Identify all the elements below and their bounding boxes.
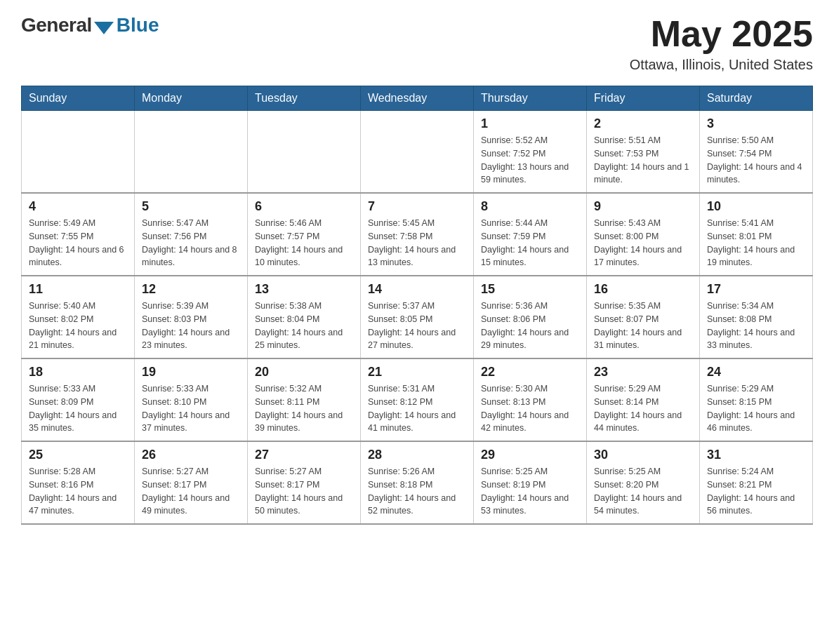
day-of-week-header: Saturday (700, 86, 813, 111)
calendar-cell: 16Sunrise: 5:35 AMSunset: 8:07 PMDayligh… (587, 276, 700, 358)
calendar-cell: 17Sunrise: 5:34 AMSunset: 8:08 PMDayligh… (700, 276, 813, 358)
calendar-cell: 20Sunrise: 5:32 AMSunset: 8:11 PMDayligh… (248, 358, 361, 441)
day-number: 7 (368, 199, 466, 214)
day-info: Sunrise: 5:39 AMSunset: 8:03 PMDaylight:… (142, 300, 240, 352)
day-info: Sunrise: 5:36 AMSunset: 8:06 PMDaylight:… (481, 300, 579, 352)
calendar-cell: 14Sunrise: 5:37 AMSunset: 8:05 PMDayligh… (361, 276, 474, 358)
day-of-week-header: Sunday (22, 86, 135, 111)
day-info: Sunrise: 5:31 AMSunset: 8:12 PMDaylight:… (368, 382, 466, 435)
day-info: Sunrise: 5:25 AMSunset: 8:20 PMDaylight:… (594, 465, 692, 518)
day-number: 8 (481, 199, 579, 214)
calendar-cell: 28Sunrise: 5:26 AMSunset: 8:18 PMDayligh… (361, 441, 474, 524)
calendar-cell: 19Sunrise: 5:33 AMSunset: 8:10 PMDayligh… (135, 358, 248, 441)
week-row: 1Sunrise: 5:52 AMSunset: 7:52 PMDaylight… (22, 111, 813, 194)
day-of-week-header: Friday (587, 86, 700, 111)
logo-blue-text: Blue (117, 14, 159, 36)
day-number: 21 (368, 365, 466, 380)
title-section: May 2025 Ottawa, Illinois, United States (630, 14, 813, 73)
page-header: General Blue May 2025 Ottawa, Illinois, … (21, 14, 813, 73)
day-info: Sunrise: 5:37 AMSunset: 8:05 PMDaylight:… (368, 300, 466, 352)
calendar-cell: 29Sunrise: 5:25 AMSunset: 8:19 PMDayligh… (474, 441, 587, 524)
day-info: Sunrise: 5:27 AMSunset: 8:17 PMDaylight:… (142, 465, 240, 518)
day-info: Sunrise: 5:38 AMSunset: 8:04 PMDaylight:… (255, 300, 353, 352)
calendar-cell: 21Sunrise: 5:31 AMSunset: 8:12 PMDayligh… (361, 358, 474, 441)
calendar-cell: 13Sunrise: 5:38 AMSunset: 8:04 PMDayligh… (248, 276, 361, 358)
day-number: 11 (29, 282, 127, 297)
calendar-cell: 30Sunrise: 5:25 AMSunset: 8:20 PMDayligh… (587, 441, 700, 524)
day-info: Sunrise: 5:28 AMSunset: 8:16 PMDaylight:… (29, 465, 127, 518)
day-of-week-header: Monday (135, 86, 248, 111)
day-number: 20 (255, 365, 353, 380)
calendar-cell (22, 111, 135, 194)
day-number: 3 (707, 116, 805, 131)
week-row: 18Sunrise: 5:33 AMSunset: 8:09 PMDayligh… (22, 358, 813, 441)
calendar-cell: 25Sunrise: 5:28 AMSunset: 8:16 PMDayligh… (22, 441, 135, 524)
calendar-cell: 1Sunrise: 5:52 AMSunset: 7:52 PMDaylight… (474, 111, 587, 194)
day-info: Sunrise: 5:44 AMSunset: 7:59 PMDaylight:… (481, 217, 579, 269)
calendar-cell: 3Sunrise: 5:50 AMSunset: 7:54 PMDaylight… (700, 111, 813, 194)
day-info: Sunrise: 5:43 AMSunset: 8:00 PMDaylight:… (594, 217, 692, 269)
day-number: 23 (594, 365, 692, 380)
day-number: 22 (481, 365, 579, 380)
day-info: Sunrise: 5:51 AMSunset: 7:53 PMDaylight:… (594, 134, 692, 187)
day-number: 4 (29, 199, 127, 214)
day-info: Sunrise: 5:27 AMSunset: 8:17 PMDaylight:… (255, 465, 353, 518)
day-number: 15 (481, 282, 579, 297)
logo-general-text: General (21, 14, 92, 36)
day-number: 6 (255, 199, 353, 214)
calendar-cell: 24Sunrise: 5:29 AMSunset: 8:15 PMDayligh… (700, 358, 813, 441)
calendar-cell: 11Sunrise: 5:40 AMSunset: 8:02 PMDayligh… (22, 276, 135, 358)
week-row: 25Sunrise: 5:28 AMSunset: 8:16 PMDayligh… (22, 441, 813, 524)
day-number: 31 (707, 448, 805, 462)
calendar-cell: 12Sunrise: 5:39 AMSunset: 8:03 PMDayligh… (135, 276, 248, 358)
day-number: 17 (707, 282, 805, 297)
day-info: Sunrise: 5:49 AMSunset: 7:55 PMDaylight:… (29, 217, 127, 269)
day-info: Sunrise: 5:50 AMSunset: 7:54 PMDaylight:… (707, 134, 805, 187)
logo: General Blue (21, 14, 159, 36)
day-info: Sunrise: 5:41 AMSunset: 8:01 PMDaylight:… (707, 217, 805, 269)
calendar-cell: 7Sunrise: 5:45 AMSunset: 7:58 PMDaylight… (361, 193, 474, 276)
day-info: Sunrise: 5:25 AMSunset: 8:19 PMDaylight:… (481, 465, 579, 518)
calendar-cell: 15Sunrise: 5:36 AMSunset: 8:06 PMDayligh… (474, 276, 587, 358)
day-of-week-header: Tuesday (248, 86, 361, 111)
calendar-cell: 9Sunrise: 5:43 AMSunset: 8:00 PMDaylight… (587, 193, 700, 276)
calendar-cell: 4Sunrise: 5:49 AMSunset: 7:55 PMDaylight… (22, 193, 135, 276)
day-info: Sunrise: 5:35 AMSunset: 8:07 PMDaylight:… (594, 300, 692, 352)
day-info: Sunrise: 5:24 AMSunset: 8:21 PMDaylight:… (707, 465, 805, 518)
logo-arrow-icon (94, 22, 114, 34)
day-info: Sunrise: 5:29 AMSunset: 8:14 PMDaylight:… (594, 382, 692, 435)
day-number: 16 (594, 282, 692, 297)
calendar-table: SundayMondayTuesdayWednesdayThursdayFrid… (21, 86, 813, 525)
day-info: Sunrise: 5:32 AMSunset: 8:11 PMDaylight:… (255, 382, 353, 435)
calendar-header-row: SundayMondayTuesdayWednesdayThursdayFrid… (22, 86, 813, 111)
day-of-week-header: Thursday (474, 86, 587, 111)
day-number: 19 (142, 365, 240, 380)
day-info: Sunrise: 5:33 AMSunset: 8:10 PMDaylight:… (142, 382, 240, 435)
day-info: Sunrise: 5:33 AMSunset: 8:09 PMDaylight:… (29, 382, 127, 435)
calendar-cell: 22Sunrise: 5:30 AMSunset: 8:13 PMDayligh… (474, 358, 587, 441)
day-number: 27 (255, 448, 353, 462)
week-row: 4Sunrise: 5:49 AMSunset: 7:55 PMDaylight… (22, 193, 813, 276)
day-info: Sunrise: 5:34 AMSunset: 8:08 PMDaylight:… (707, 300, 805, 352)
day-info: Sunrise: 5:29 AMSunset: 8:15 PMDaylight:… (707, 382, 805, 435)
day-info: Sunrise: 5:52 AMSunset: 7:52 PMDaylight:… (481, 134, 579, 187)
location-subtitle: Ottawa, Illinois, United States (630, 57, 813, 73)
calendar-cell (361, 111, 474, 194)
day-info: Sunrise: 5:46 AMSunset: 7:57 PMDaylight:… (255, 217, 353, 269)
calendar-cell: 2Sunrise: 5:51 AMSunset: 7:53 PMDaylight… (587, 111, 700, 194)
day-number: 25 (29, 448, 127, 462)
day-number: 14 (368, 282, 466, 297)
week-row: 11Sunrise: 5:40 AMSunset: 8:02 PMDayligh… (22, 276, 813, 358)
calendar-cell: 8Sunrise: 5:44 AMSunset: 7:59 PMDaylight… (474, 193, 587, 276)
day-number: 2 (594, 116, 692, 131)
day-number: 13 (255, 282, 353, 297)
calendar-cell: 10Sunrise: 5:41 AMSunset: 8:01 PMDayligh… (700, 193, 813, 276)
day-info: Sunrise: 5:30 AMSunset: 8:13 PMDaylight:… (481, 382, 579, 435)
day-number: 30 (594, 448, 692, 462)
month-year-title: May 2025 (630, 14, 813, 54)
calendar-cell: 26Sunrise: 5:27 AMSunset: 8:17 PMDayligh… (135, 441, 248, 524)
calendar-cell: 5Sunrise: 5:47 AMSunset: 7:56 PMDaylight… (135, 193, 248, 276)
day-info: Sunrise: 5:45 AMSunset: 7:58 PMDaylight:… (368, 217, 466, 269)
day-number: 24 (707, 365, 805, 380)
calendar-cell (248, 111, 361, 194)
